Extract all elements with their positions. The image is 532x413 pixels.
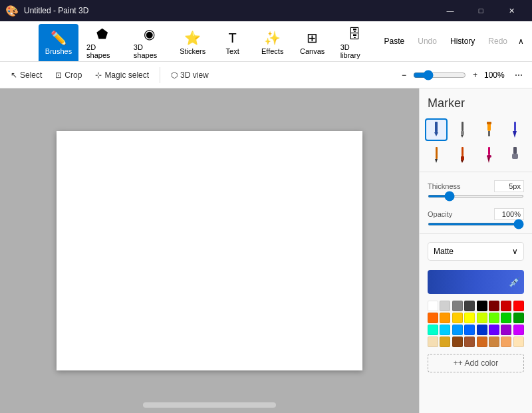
svg-rect-12	[462, 147, 464, 156]
collapse-ribbon-btn[interactable]: ∧	[515, 34, 527, 49]
ribbon: Menu ✏️Brushes⬟2D shapes◉3D shapes⭐Stick…	[0, 21, 532, 62]
brush-item-marker-d[interactable]	[503, 144, 526, 166]
svg-rect-15	[488, 147, 490, 155]
select-button[interactable]: ↖ Select	[5, 65, 47, 85]
opacity-slider-row	[428, 223, 524, 225]
tab-3dlibrary[interactable]: 🗄3D library	[332, 24, 376, 61]
palette-color-cell[interactable]	[477, 301, 487, 311]
panel-divider-1	[420, 172, 532, 172]
brush-item-marker-a[interactable]	[425, 118, 448, 141]
palette-color-cell[interactable]	[440, 313, 450, 323]
palette-color-cell[interactable]	[501, 301, 511, 311]
panel-divider-2	[420, 233, 532, 234]
palette-color-cell[interactable]	[501, 325, 511, 335]
palette-color-cell[interactable]	[428, 325, 438, 335]
magic-select-button[interactable]: ⊹ Magic select	[90, 65, 154, 85]
palette-color-cell[interactable]	[489, 325, 499, 335]
palette-color-cell[interactable]	[464, 325, 475, 335]
3dview-button[interactable]: ⬡ 3D view	[166, 65, 214, 85]
brush-item-marker-c[interactable]	[451, 144, 473, 166]
maximize-button[interactable]: □	[466, 0, 496, 21]
3dshapes-icon: ◉	[144, 26, 155, 42]
tab-text[interactable]: TText	[213, 24, 253, 61]
svg-marker-17	[487, 158, 490, 163]
palette-color-cell[interactable]	[452, 313, 463, 323]
canvas-scrollbar[interactable]	[143, 402, 276, 408]
canvas-area[interactable]	[0, 88, 419, 413]
redo-btn[interactable]: Redo	[483, 34, 513, 49]
stickers-icon: ⭐	[184, 30, 201, 46]
palette-color-cell[interactable]	[513, 325, 524, 335]
palette-color-cell[interactable]	[440, 301, 450, 311]
palette-color-cell[interactable]	[477, 313, 487, 323]
close-button[interactable]: ✕	[496, 0, 527, 21]
zoom-level: 100%	[484, 70, 508, 80]
svg-marker-1	[434, 132, 438, 136]
palette-color-cell[interactable]	[428, 301, 438, 311]
palette-color-cell[interactable]	[477, 325, 487, 335]
brush-item-brush[interactable]	[477, 144, 500, 166]
chevron-down-icon: ∨	[512, 247, 518, 256]
crop-icon: ⊡	[55, 70, 62, 80]
svg-rect-6	[487, 122, 491, 124]
tab-2dshapes[interactable]: ⬟2D shapes	[78, 24, 126, 61]
palette-color-cell[interactable]	[489, 337, 499, 347]
palette-color-cell[interactable]	[440, 337, 450, 347]
tab-3dshapes[interactable]: ◉3D shapes	[126, 24, 173, 61]
paste-btn[interactable]: Paste	[379, 34, 410, 49]
palette-color-cell[interactable]	[513, 301, 524, 311]
zoom-slider[interactable]	[413, 70, 466, 80]
brush-item-marker-b[interactable]	[503, 118, 526, 141]
palette-color-cell[interactable]	[501, 313, 511, 323]
svg-marker-11	[435, 159, 438, 163]
tab-effects[interactable]: ✨Effects	[253, 24, 293, 61]
add-color-button[interactable]: + + Add color	[428, 354, 524, 372]
palette-color-cell[interactable]	[489, 301, 499, 311]
palette-color-cell[interactable]	[513, 313, 524, 323]
canvas-icon: ⊞	[307, 30, 318, 46]
palette-color-cell[interactable]	[513, 337, 524, 347]
color-swatch-big[interactable]: 💉	[428, 270, 524, 294]
text-icon: T	[229, 31, 237, 46]
history-btn[interactable]: History	[445, 34, 480, 49]
palette-color-cell[interactable]	[440, 325, 450, 335]
palette-color-cell[interactable]	[464, 337, 475, 347]
zoom-out-icon[interactable]: −	[398, 69, 410, 81]
app-title: Untitled - Paint 3D	[24, 6, 88, 15]
menu-button[interactable]: Menu	[0, 31, 36, 52]
zoom-in-icon[interactable]: +	[469, 69, 481, 81]
palette-color-cell[interactable]	[452, 325, 463, 335]
palette-color-cell[interactable]	[452, 301, 463, 311]
palette-color-cell[interactable]	[428, 313, 438, 323]
tab-stickers[interactable]: ⭐Stickers	[173, 24, 213, 61]
ribbon-tabs: ✏️Brushes⬟2D shapes◉3D shapes⭐StickersTT…	[36, 21, 379, 61]
palette-color-cell[interactable]	[477, 337, 487, 347]
eyedropper-icon[interactable]: 💉	[509, 277, 520, 287]
thickness-slider[interactable]	[428, 195, 524, 198]
svg-rect-19	[512, 154, 518, 159]
toolbar-separator	[160, 67, 160, 83]
toolbar-right: − + 100% ⋯	[398, 69, 527, 81]
palette-color-cell[interactable]	[428, 337, 438, 347]
svg-rect-0	[435, 122, 438, 132]
svg-rect-2	[462, 122, 464, 131]
brush-item-pencil[interactable]	[425, 144, 448, 166]
more-options-icon[interactable]: ⋯	[511, 69, 527, 81]
brush-item-highlighter[interactable]	[477, 118, 500, 141]
tab-brushes[interactable]: ✏️Brushes	[39, 24, 78, 61]
opacity-slider[interactable]	[428, 223, 524, 225]
brush-item-pen[interactable]	[451, 118, 473, 141]
svg-rect-10	[436, 147, 438, 159]
palette-color-cell[interactable]	[464, 301, 475, 311]
crop-button[interactable]: ⊡ Crop	[50, 65, 87, 85]
palette-color-cell[interactable]	[489, 313, 499, 323]
toolbar: ↖ Select ⊡ Crop ⊹ Magic select ⬡ 3D view…	[0, 62, 532, 88]
palette-color-cell[interactable]	[501, 337, 511, 347]
minimize-button[interactable]: —	[435, 0, 466, 21]
white-canvas[interactable]	[57, 131, 362, 370]
undo-btn[interactable]: Undo	[412, 34, 442, 49]
palette-color-cell[interactable]	[452, 337, 463, 347]
tab-canvas[interactable]: ⊞Canvas	[293, 24, 332, 61]
palette-color-cell[interactable]	[464, 313, 475, 323]
finish-dropdown[interactable]: Matte ∨	[428, 242, 524, 261]
